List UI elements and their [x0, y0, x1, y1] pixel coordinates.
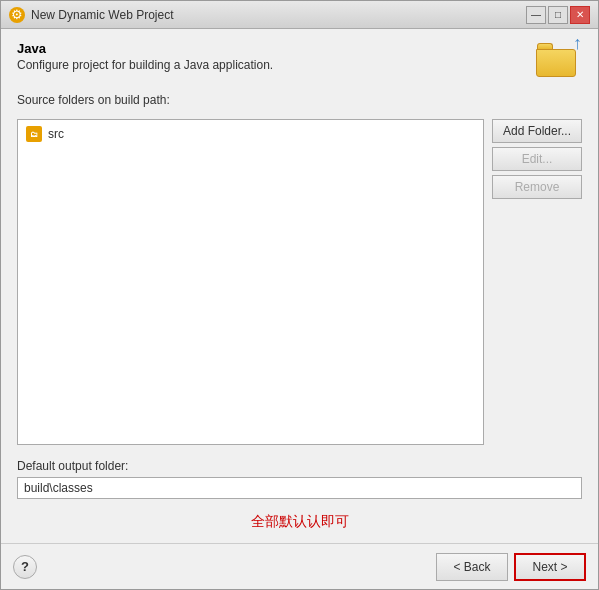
remove-button[interactable]: Remove: [492, 175, 582, 199]
output-section: Default output folder:: [17, 459, 582, 499]
help-button[interactable]: ?: [13, 555, 37, 579]
src-folder-label: src: [48, 127, 64, 141]
title-bar-left: ⚙ New Dynamic Web Project: [9, 7, 174, 23]
window-title: New Dynamic Web Project: [31, 8, 174, 22]
title-bar: ⚙ New Dynamic Web Project — □ ✕: [1, 1, 598, 29]
watermark-text: 全部默认认即可: [17, 513, 582, 531]
list-item[interactable]: 🗂 src: [22, 124, 479, 144]
maximize-button[interactable]: □: [548, 6, 568, 24]
back-button[interactable]: < Back: [436, 553, 508, 581]
src-folder-icon: 🗂: [26, 126, 42, 142]
next-button[interactable]: Next >: [514, 553, 586, 581]
content-area: Java Configure project for building a Ja…: [1, 29, 598, 543]
header-text: Java Configure project for building a Ja…: [17, 41, 524, 72]
source-section-label: Source folders on build path:: [17, 93, 582, 107]
output-folder-input[interactable]: [17, 477, 582, 499]
page-title: Java: [17, 41, 524, 56]
title-bar-controls: — □ ✕: [526, 6, 590, 24]
side-buttons: Add Folder... Edit... Remove: [492, 119, 582, 445]
java-folder-icon: ↑: [534, 41, 582, 81]
nav-buttons: < Back Next >: [436, 553, 586, 581]
bottom-bar: ? < Back Next >: [1, 543, 598, 589]
main-area: 🗂 src Add Folder... Edit... Remove: [17, 119, 582, 445]
source-folders-list[interactable]: 🗂 src: [17, 119, 484, 445]
add-folder-button[interactable]: Add Folder...: [492, 119, 582, 143]
output-label: Default output folder:: [17, 459, 582, 473]
close-button[interactable]: ✕: [570, 6, 590, 24]
header-section: Java Configure project for building a Ja…: [17, 41, 582, 81]
window-icon: ⚙: [9, 7, 25, 23]
edit-button[interactable]: Edit...: [492, 147, 582, 171]
main-window: ⚙ New Dynamic Web Project — □ ✕ Java Con…: [0, 0, 599, 590]
page-description: Configure project for building a Java ap…: [17, 58, 524, 72]
minimize-button[interactable]: —: [526, 6, 546, 24]
